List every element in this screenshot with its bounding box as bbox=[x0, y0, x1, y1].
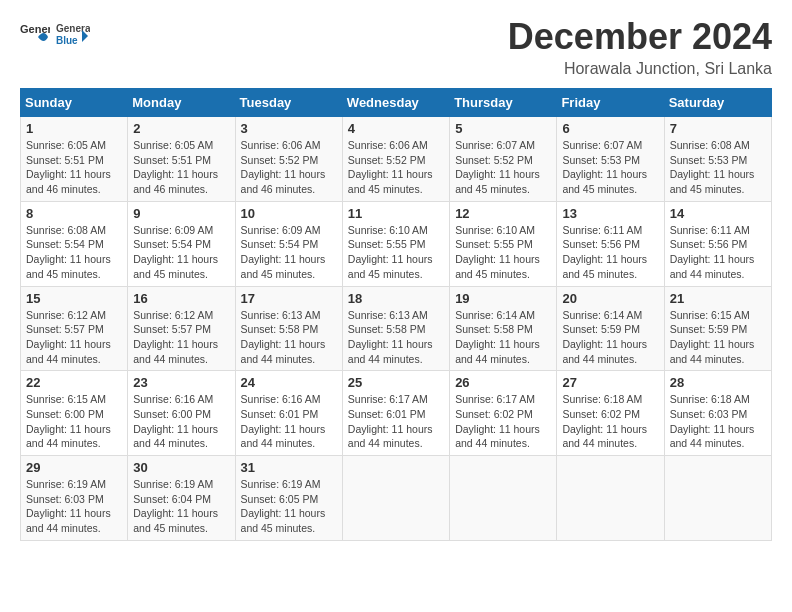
table-row: 9Sunrise: 6:09 AMSunset: 5:54 PMDaylight… bbox=[128, 201, 235, 286]
logo: General General Blue bbox=[20, 16, 90, 52]
day-number: 18 bbox=[348, 291, 444, 306]
day-info: Sunrise: 6:05 AMSunset: 5:51 PMDaylight:… bbox=[26, 138, 122, 197]
table-row: 4Sunrise: 6:06 AMSunset: 5:52 PMDaylight… bbox=[342, 117, 449, 202]
table-row: 12Sunrise: 6:10 AMSunset: 5:55 PMDayligh… bbox=[450, 201, 557, 286]
table-row: 7Sunrise: 6:08 AMSunset: 5:53 PMDaylight… bbox=[664, 117, 771, 202]
day-number: 29 bbox=[26, 460, 122, 475]
day-info: Sunrise: 6:10 AMSunset: 5:55 PMDaylight:… bbox=[348, 223, 444, 282]
table-row: 1Sunrise: 6:05 AMSunset: 5:51 PMDaylight… bbox=[21, 117, 128, 202]
header-sunday: Sunday bbox=[21, 89, 128, 117]
day-number: 17 bbox=[241, 291, 337, 306]
day-info: Sunrise: 6:12 AMSunset: 5:57 PMDaylight:… bbox=[133, 308, 229, 367]
day-info: Sunrise: 6:17 AMSunset: 6:02 PMDaylight:… bbox=[455, 392, 551, 451]
svg-text:Blue: Blue bbox=[56, 35, 78, 46]
calendar-table: Sunday Monday Tuesday Wednesday Thursday… bbox=[20, 88, 772, 541]
day-number: 16 bbox=[133, 291, 229, 306]
table-row: 26Sunrise: 6:17 AMSunset: 6:02 PMDayligh… bbox=[450, 371, 557, 456]
day-info: Sunrise: 6:07 AMSunset: 5:53 PMDaylight:… bbox=[562, 138, 658, 197]
day-info: Sunrise: 6:08 AMSunset: 5:54 PMDaylight:… bbox=[26, 223, 122, 282]
day-number: 14 bbox=[670, 206, 766, 221]
day-number: 10 bbox=[241, 206, 337, 221]
table-row: 21Sunrise: 6:15 AMSunset: 5:59 PMDayligh… bbox=[664, 286, 771, 371]
table-row bbox=[557, 456, 664, 541]
table-row: 8Sunrise: 6:08 AMSunset: 5:54 PMDaylight… bbox=[21, 201, 128, 286]
day-number: 20 bbox=[562, 291, 658, 306]
day-number: 8 bbox=[26, 206, 122, 221]
header-wednesday: Wednesday bbox=[342, 89, 449, 117]
table-row bbox=[342, 456, 449, 541]
table-row: 30Sunrise: 6:19 AMSunset: 6:04 PMDayligh… bbox=[128, 456, 235, 541]
day-number: 22 bbox=[26, 375, 122, 390]
table-row bbox=[450, 456, 557, 541]
day-number: 21 bbox=[670, 291, 766, 306]
table-row: 15Sunrise: 6:12 AMSunset: 5:57 PMDayligh… bbox=[21, 286, 128, 371]
day-info: Sunrise: 6:16 AMSunset: 6:01 PMDaylight:… bbox=[241, 392, 337, 451]
table-row: 31Sunrise: 6:19 AMSunset: 6:05 PMDayligh… bbox=[235, 456, 342, 541]
day-info: Sunrise: 6:19 AMSunset: 6:04 PMDaylight:… bbox=[133, 477, 229, 536]
calendar-header: December 2024 Horawala Junction, Sri Lan… bbox=[508, 16, 772, 78]
day-number: 26 bbox=[455, 375, 551, 390]
table-row: 11Sunrise: 6:10 AMSunset: 5:55 PMDayligh… bbox=[342, 201, 449, 286]
calendar-week-row: 22Sunrise: 6:15 AMSunset: 6:00 PMDayligh… bbox=[21, 371, 772, 456]
header-thursday: Thursday bbox=[450, 89, 557, 117]
svg-text:General: General bbox=[56, 23, 90, 34]
day-number: 6 bbox=[562, 121, 658, 136]
day-number: 27 bbox=[562, 375, 658, 390]
day-info: Sunrise: 6:12 AMSunset: 5:57 PMDaylight:… bbox=[26, 308, 122, 367]
header-saturday: Saturday bbox=[664, 89, 771, 117]
calendar-title: December 2024 bbox=[508, 16, 772, 58]
calendar-week-row: 8Sunrise: 6:08 AMSunset: 5:54 PMDaylight… bbox=[21, 201, 772, 286]
table-row bbox=[664, 456, 771, 541]
day-number: 11 bbox=[348, 206, 444, 221]
day-number: 7 bbox=[670, 121, 766, 136]
day-info: Sunrise: 6:13 AMSunset: 5:58 PMDaylight:… bbox=[348, 308, 444, 367]
day-number: 13 bbox=[562, 206, 658, 221]
day-info: Sunrise: 6:16 AMSunset: 6:00 PMDaylight:… bbox=[133, 392, 229, 451]
day-info: Sunrise: 6:11 AMSunset: 5:56 PMDaylight:… bbox=[670, 223, 766, 282]
table-row: 14Sunrise: 6:11 AMSunset: 5:56 PMDayligh… bbox=[664, 201, 771, 286]
table-row: 19Sunrise: 6:14 AMSunset: 5:58 PMDayligh… bbox=[450, 286, 557, 371]
day-number: 23 bbox=[133, 375, 229, 390]
table-row: 20Sunrise: 6:14 AMSunset: 5:59 PMDayligh… bbox=[557, 286, 664, 371]
calendar-week-row: 29Sunrise: 6:19 AMSunset: 6:03 PMDayligh… bbox=[21, 456, 772, 541]
day-info: Sunrise: 6:14 AMSunset: 5:59 PMDaylight:… bbox=[562, 308, 658, 367]
day-info: Sunrise: 6:15 AMSunset: 5:59 PMDaylight:… bbox=[670, 308, 766, 367]
table-row: 16Sunrise: 6:12 AMSunset: 5:57 PMDayligh… bbox=[128, 286, 235, 371]
logo-icon: General bbox=[20, 19, 50, 49]
table-row: 5Sunrise: 6:07 AMSunset: 5:52 PMDaylight… bbox=[450, 117, 557, 202]
table-row: 28Sunrise: 6:18 AMSunset: 6:03 PMDayligh… bbox=[664, 371, 771, 456]
day-number: 9 bbox=[133, 206, 229, 221]
table-row: 10Sunrise: 6:09 AMSunset: 5:54 PMDayligh… bbox=[235, 201, 342, 286]
day-info: Sunrise: 6:08 AMSunset: 5:53 PMDaylight:… bbox=[670, 138, 766, 197]
table-row: 13Sunrise: 6:11 AMSunset: 5:56 PMDayligh… bbox=[557, 201, 664, 286]
day-number: 4 bbox=[348, 121, 444, 136]
day-number: 24 bbox=[241, 375, 337, 390]
day-number: 30 bbox=[133, 460, 229, 475]
day-info: Sunrise: 6:10 AMSunset: 5:55 PMDaylight:… bbox=[455, 223, 551, 282]
day-info: Sunrise: 6:15 AMSunset: 6:00 PMDaylight:… bbox=[26, 392, 122, 451]
day-info: Sunrise: 6:05 AMSunset: 5:51 PMDaylight:… bbox=[133, 138, 229, 197]
table-row: 24Sunrise: 6:16 AMSunset: 6:01 PMDayligh… bbox=[235, 371, 342, 456]
calendar-week-row: 1Sunrise: 6:05 AMSunset: 5:51 PMDaylight… bbox=[21, 117, 772, 202]
day-number: 12 bbox=[455, 206, 551, 221]
day-info: Sunrise: 6:07 AMSunset: 5:52 PMDaylight:… bbox=[455, 138, 551, 197]
day-info: Sunrise: 6:06 AMSunset: 5:52 PMDaylight:… bbox=[348, 138, 444, 197]
table-row: 29Sunrise: 6:19 AMSunset: 6:03 PMDayligh… bbox=[21, 456, 128, 541]
day-number: 15 bbox=[26, 291, 122, 306]
day-number: 25 bbox=[348, 375, 444, 390]
weekday-header-row: Sunday Monday Tuesday Wednesday Thursday… bbox=[21, 89, 772, 117]
day-number: 3 bbox=[241, 121, 337, 136]
day-info: Sunrise: 6:19 AMSunset: 6:03 PMDaylight:… bbox=[26, 477, 122, 536]
day-info: Sunrise: 6:14 AMSunset: 5:58 PMDaylight:… bbox=[455, 308, 551, 367]
day-number: 5 bbox=[455, 121, 551, 136]
calendar-week-row: 15Sunrise: 6:12 AMSunset: 5:57 PMDayligh… bbox=[21, 286, 772, 371]
table-row: 2Sunrise: 6:05 AMSunset: 5:51 PMDaylight… bbox=[128, 117, 235, 202]
day-info: Sunrise: 6:09 AMSunset: 5:54 PMDaylight:… bbox=[133, 223, 229, 282]
day-info: Sunrise: 6:06 AMSunset: 5:52 PMDaylight:… bbox=[241, 138, 337, 197]
day-info: Sunrise: 6:18 AMSunset: 6:03 PMDaylight:… bbox=[670, 392, 766, 451]
table-row: 3Sunrise: 6:06 AMSunset: 5:52 PMDaylight… bbox=[235, 117, 342, 202]
general-blue-logo-icon: General Blue bbox=[54, 16, 90, 52]
day-number: 1 bbox=[26, 121, 122, 136]
header-monday: Monday bbox=[128, 89, 235, 117]
calendar-subtitle: Horawala Junction, Sri Lanka bbox=[508, 60, 772, 78]
